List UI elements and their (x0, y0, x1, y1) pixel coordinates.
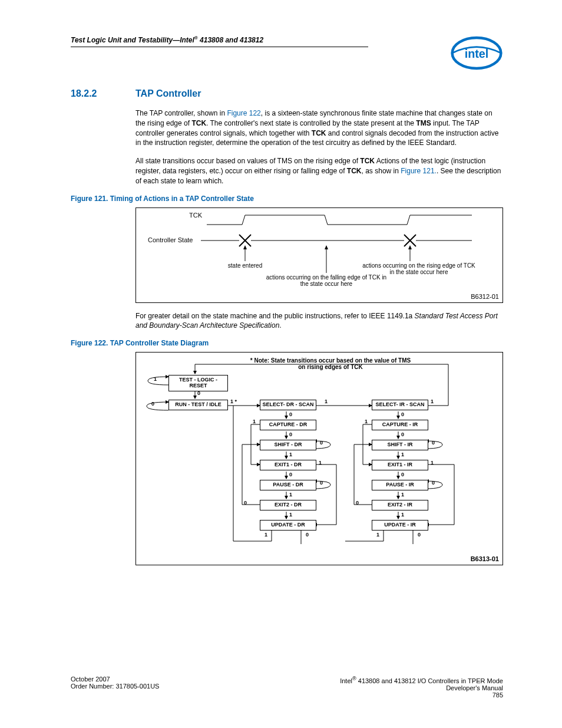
tms-1: 1 (289, 512, 292, 518)
section-heading: 18.2.2 TAP Controller (71, 88, 503, 99)
figure-121-box: TCK Controller State state entered actio… (135, 207, 503, 303)
footer-right: Intel® 413808 and 413812 I/O Controllers… (340, 676, 503, 699)
text-bold: TCK (347, 167, 362, 175)
tms-0: 0 (244, 500, 247, 506)
state-pir: PAUSE - IR (372, 480, 428, 490)
figure-id: B6312-01 (471, 293, 499, 300)
tck-label: TCK (189, 212, 202, 219)
state-shir: SHIFT - IR (372, 440, 428, 450)
header-underline (71, 47, 368, 47)
text: . (279, 321, 281, 330)
text-bold: TCK (360, 157, 375, 165)
tms-0: 0 (401, 431, 404, 437)
text: , as show in (362, 167, 401, 175)
figure-122-box: * Note: State transitions occur based on… (135, 352, 503, 565)
paragraph-1: The TAP controller, shown in Figure 122,… (135, 108, 503, 148)
header-title-block: Test Logic Unit and Testability—Intel® 4… (71, 35, 368, 47)
page-container: Test Logic Unit and Testability—Intel® 4… (0, 0, 562, 728)
page-footer: Intel® 413808 and 413812 I/O Controllers… (71, 676, 503, 699)
text-bold: TCK (312, 129, 326, 137)
state-e1dr: EXIT1 - DR (260, 460, 316, 470)
footer-text: Developer's Manual (446, 684, 503, 691)
state-shdr: SHIFT - DR (260, 440, 316, 450)
tms-1: 1 (289, 452, 292, 457)
state-udr: UPDATE - DR (260, 520, 316, 531)
page-header: Test Logic Unit and Testability—Intel® 4… (71, 35, 503, 71)
tms-1: 1 (325, 398, 328, 404)
footer-text: Intel (340, 677, 352, 684)
tms-0: 0 (197, 390, 200, 396)
tms-1: 1 (376, 532, 379, 538)
header-title: Test Logic Unit and Testability—Intel® 4… (71, 30, 263, 44)
state-sdr: SELECT- DR - SCAN (260, 400, 316, 410)
footer-left: October 2007 Order Number: 317805-001US (71, 676, 159, 690)
tms-1: 1 (253, 419, 256, 424)
tms-0: 0 (320, 480, 323, 486)
intel-logo: intel (450, 35, 503, 71)
tms-0: 0 (356, 500, 359, 506)
text: The TAP controller, shown in (135, 109, 227, 117)
text: All state transitions occur based on val… (135, 157, 360, 165)
figure-link[interactable]: Figure 121. (401, 167, 437, 175)
footer-order: Order Number: 317805-001US (71, 683, 159, 690)
text: For greater detail on the state machine … (135, 312, 415, 320)
footer-text: 413808 and 413812 I/O Controllers in TPE… (356, 677, 503, 684)
state-cir: CAPTURE - IR (372, 420, 428, 430)
figure-id: B6313-01 (471, 555, 499, 562)
state-e2dr: EXIT2 - DR (260, 500, 316, 510)
svg-text:intel: intel (465, 47, 489, 60)
tms-1: 1 (431, 460, 434, 466)
state-e2ir: EXIT2 - IR (372, 500, 428, 510)
tms-0: 0 (289, 472, 292, 477)
state-e1ir: EXIT1 - IR (372, 460, 428, 470)
header-title-prefix: Test Logic Unit and Testability—Intel (71, 36, 194, 44)
page-number: 785 (492, 691, 503, 699)
svg-marker-6 (243, 245, 247, 249)
state-entered-label: state entered (213, 262, 277, 269)
tms-1star: 1 * (230, 398, 237, 404)
state-cdr: CAPTURE - DR (260, 420, 316, 430)
tms-0: 0 (432, 440, 435, 446)
tms-0: 0 (418, 532, 421, 538)
figure-121-caption: Figure 121. Timing of Actions in a TAP C… (71, 195, 503, 203)
tms-1: 1 (289, 492, 292, 498)
header-title-suffix: 413808 and 413812 (198, 36, 263, 44)
rising-edge-label: actions occurring on the rising edge of … (360, 262, 478, 275)
paragraph-2: All state transitions occur based on val… (135, 156, 503, 186)
tms-0: 0 (306, 532, 309, 538)
footer-date: October 2007 (71, 676, 110, 683)
tms-0: 0 (401, 472, 404, 477)
state-tlr: TEST - LOGIC - RESET (168, 375, 228, 391)
timing-diagram-svg (136, 208, 503, 302)
tms-0: 0 (432, 480, 435, 486)
tms-1: 1 (401, 452, 404, 457)
paragraph-3: For greater detail on the state machine … (135, 311, 503, 331)
figure-link[interactable]: Figure 122 (227, 109, 260, 117)
svg-marker-10 (408, 245, 412, 249)
tms-0: 0 (289, 431, 292, 437)
state-rti: RUN - TEST / IDLE (168, 400, 228, 410)
tms-1: 1 (365, 419, 368, 424)
reg-mark: ® (352, 676, 356, 681)
figure-122-caption: Figure 122. TAP Controller State Diagram (71, 339, 503, 347)
tms-1: 1 (401, 492, 404, 498)
tms-1: 1 (154, 376, 157, 382)
tms-0: 0 (401, 411, 404, 417)
text-bold: TMS (416, 119, 431, 127)
controller-state-label: Controller State (148, 236, 193, 243)
svg-marker-8 (325, 245, 328, 249)
tms-0: 0 (320, 440, 323, 446)
tms-1: 1 (431, 398, 434, 404)
state-uir: UPDATE - IR (372, 520, 428, 531)
section-title: TAP Controller (135, 88, 201, 99)
text: . The controller's next state is control… (206, 119, 416, 127)
tms-1: 1 (319, 460, 322, 466)
tms-1: 1 (265, 532, 267, 538)
state-sir: SELECT- IR - SCAN (372, 400, 428, 410)
tms-0: 0 (151, 401, 154, 407)
falling-edge-label: actions occurring on the falling edge of… (265, 274, 388, 287)
tms-1: 1 (401, 512, 404, 518)
text-bold: TCK (191, 119, 206, 127)
tms-0: 0 (289, 411, 292, 417)
state-pdr: PAUSE - DR (260, 480, 316, 490)
